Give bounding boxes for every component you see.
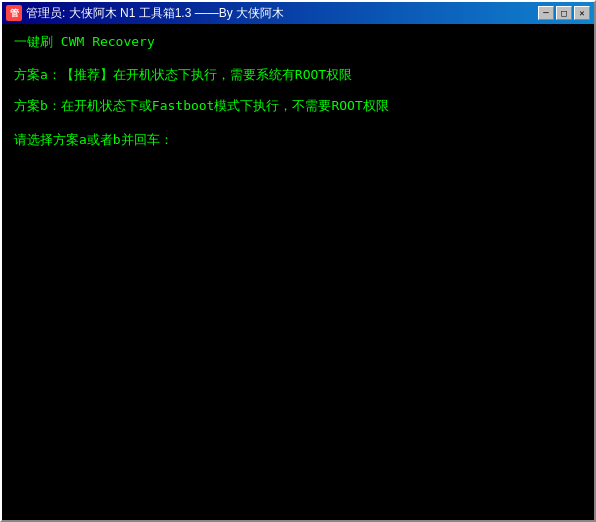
title-bar-left: 管 管理员: 大侠阿木 N1 工具箱1.3 ——By 大侠阿木	[6, 5, 284, 22]
main-window: 管 管理员: 大侠阿木 N1 工具箱1.3 ——By 大侠阿木 ─ □ ✕ 一键…	[0, 0, 596, 522]
option-b-line: 方案b：在开机状态下或Fastboot模式下执行，不需要ROOT权限	[14, 96, 582, 117]
option-a-line: 方案a：【推荐】在开机状态下执行，需要系统有ROOT权限	[14, 65, 582, 86]
title-buttons: ─ □ ✕	[538, 6, 590, 20]
title-bar: 管 管理员: 大侠阿木 N1 工具箱1.3 ——By 大侠阿木 ─ □ ✕	[2, 2, 594, 24]
window-title: 管理员: 大侠阿木 N1 工具箱1.3 ——By 大侠阿木	[26, 5, 284, 22]
maximize-button[interactable]: □	[556, 6, 572, 20]
minimize-button[interactable]: ─	[538, 6, 554, 20]
app-icon: 管	[6, 5, 22, 21]
title-line: 一键刷 CWM Recovery	[14, 32, 582, 53]
prompt-line: 请选择方案a或者b并回车：	[14, 130, 582, 151]
terminal-content: 一键刷 CWM Recovery 方案a：【推荐】在开机状态下执行，需要系统有R…	[2, 24, 594, 520]
close-button[interactable]: ✕	[574, 6, 590, 20]
